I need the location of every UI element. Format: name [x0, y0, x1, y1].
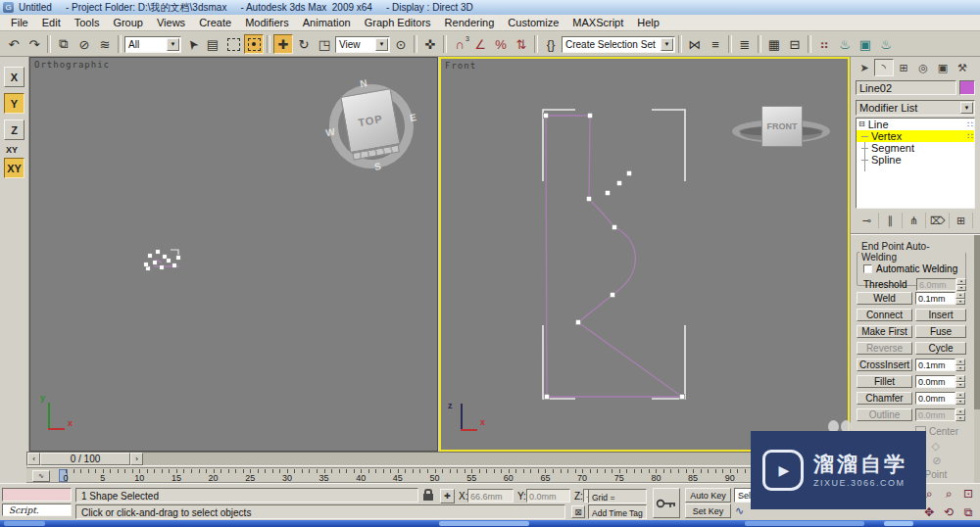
insert-button[interactable]: Insert [915, 309, 966, 321]
automatic-welding-checkbox[interactable] [863, 264, 872, 273]
spinner-snap-icon[interactable]: ⇅ [512, 34, 531, 54]
angle-snap-icon[interactable]: ∠ [470, 34, 490, 54]
object-color-swatch[interactable] [959, 80, 975, 95]
taskbar-item[interactable] [884, 521, 913, 526]
next-frame-button[interactable]: › [130, 453, 143, 465]
rectangular-selection-region-icon[interactable] [223, 34, 243, 54]
layer-manager-icon[interactable]: ≣ [735, 34, 755, 54]
vertex-handle[interactable] [626, 170, 631, 175]
vertex-handle[interactable] [610, 292, 614, 297]
spline-outline[interactable] [546, 116, 682, 397]
selection-bracket[interactable] [543, 110, 575, 181]
object-name-field[interactable]: Line02 [856, 80, 956, 95]
select-and-move-icon[interactable]: ✚ [273, 34, 293, 54]
viewcube-top-face[interactable]: TOP [340, 88, 400, 153]
selection-bracket[interactable] [543, 325, 575, 399]
chamfer-value-field[interactable]: 0.0mm [915, 392, 956, 405]
menu-item-customize[interactable]: Customize [501, 15, 565, 30]
quick-render-icon[interactable]: ♨ [876, 34, 896, 54]
chamfer-button[interactable]: Chamfer [857, 392, 912, 405]
outline-value-field[interactable]: 0.0mm [915, 408, 956, 421]
tab-motion[interactable]: ◎ [913, 59, 933, 76]
mirror-icon[interactable]: ⋈ [685, 34, 705, 54]
auto-key-button[interactable]: Auto Key [685, 488, 731, 503]
track-bar[interactable]: ∿ 05101520253035404550556065707580859095… [26, 467, 851, 483]
viewport-label-orthographic[interactable]: Orthographic [34, 60, 110, 70]
weld-spinner[interactable]: ▴▾ [956, 292, 965, 305]
menu-item-animation[interactable]: Animation [296, 15, 358, 30]
vertex-handle[interactable] [586, 196, 591, 201]
menu-item-file[interactable]: File [4, 15, 35, 30]
arc-rotate-icon[interactable]: ⟲ [940, 503, 958, 520]
x-coordinate-field[interactable]: 66.6mm [467, 489, 514, 503]
vertex-handle[interactable] [163, 255, 167, 259]
viewport-orthographic[interactable]: Orthographic N E S W TOP y x [29, 57, 438, 452]
crossinsert-value-field[interactable]: 0.1mm [915, 359, 956, 371]
tab-modify[interactable]: ◝ [874, 59, 894, 76]
menu-item-create[interactable]: Create [192, 15, 238, 30]
cycle-button[interactable]: Cycle [915, 342, 966, 355]
connect-button[interactable]: Connect [857, 309, 912, 321]
bind-to-space-warp-icon[interactable]: ≋ [95, 34, 115, 54]
viewcube-orthographic[interactable]: N E S W TOP [317, 72, 425, 180]
fillet-button[interactable]: Fillet [857, 375, 912, 388]
vertex-handle[interactable] [146, 266, 150, 270]
chevron-down-icon[interactable]: ▼ [661, 38, 673, 51]
vertex-handle[interactable] [144, 263, 148, 266]
select-and-manipulate-icon[interactable]: ✜ [420, 34, 440, 54]
vertex-handle[interactable] [153, 261, 157, 264]
add-time-tag-field[interactable]: Add Time Tag [588, 504, 647, 519]
rendered-frame-window-icon[interactable]: ▣ [856, 34, 875, 54]
fillet-spinner[interactable]: ▴▾ [956, 375, 965, 388]
render-setup-icon[interactable]: ♨ [835, 34, 855, 54]
material-editor-icon[interactable]: ⠶ [814, 34, 834, 54]
viewcube-front-face[interactable]: FRONT [761, 106, 803, 147]
selection-bracket[interactable] [652, 110, 685, 181]
chevron-down-icon[interactable]: ▼ [167, 38, 179, 51]
stack-item-segment[interactable]: Segment [857, 142, 974, 154]
chamfer-spinner[interactable]: ▴▾ [956, 392, 965, 405]
menu-item-help[interactable]: Help [630, 15, 666, 30]
expander-icon[interactable]: ⊟ [858, 119, 865, 130]
menu-item-group[interactable]: Group [106, 15, 150, 30]
weld-button[interactable]: Weld [857, 292, 912, 305]
stack-item-line[interactable]: ⊟Line∷ [857, 119, 974, 130]
vertex-handle[interactable] [167, 259, 171, 263]
selection-lock-icon[interactable] [423, 494, 433, 501]
set-key-button[interactable]: Set Key [685, 503, 731, 518]
zoom-all-icon[interactable]: ⌕ [940, 485, 958, 502]
named-selection-sets-icon[interactable]: {} [541, 34, 561, 54]
select-object-icon[interactable]: ➤ [182, 34, 202, 54]
snaps-toggle-icon[interactable]: ∩3 [450, 34, 469, 54]
fillet-value-field[interactable]: 0.0mm [915, 375, 956, 388]
outline-button[interactable]: Outline [857, 408, 912, 421]
make-first-button[interactable]: Make First [857, 325, 912, 338]
vertex-handle[interactable] [148, 254, 152, 258]
axis-constraint-x[interactable]: X [4, 67, 24, 87]
fuse-button[interactable]: Fuse [915, 325, 966, 338]
configure-modifier-sets-icon[interactable]: ⊞ [950, 213, 973, 228]
axis-constraint-y[interactable]: Y [4, 93, 24, 114]
zoom-extents-icon[interactable]: ⊡ [959, 485, 978, 502]
time-slider-handle[interactable]: 0 / 100 [40, 453, 130, 465]
axis-constraint-z[interactable]: Z [4, 120, 24, 140]
align-icon[interactable]: ≡ [706, 34, 725, 54]
vertex-handle[interactable] [612, 224, 616, 229]
reverse-button[interactable]: Reverse [857, 342, 912, 355]
tab-display[interactable]: ▣ [933, 59, 953, 76]
menu-item-edit[interactable]: Edit [35, 15, 68, 30]
tab-hierarchy[interactable]: ⊞ [894, 59, 913, 76]
menu-item-graph-editors[interactable]: Graph Editors [358, 15, 438, 30]
vertex-handle[interactable] [176, 256, 180, 260]
show-end-result-icon[interactable]: ∥ [879, 213, 903, 228]
modifier-stack-list[interactable]: ⊟Line∷Vertex∷SegmentSpline [856, 118, 975, 209]
vertex-handle[interactable] [172, 264, 176, 267]
menu-item-tools[interactable]: Tools [68, 15, 107, 30]
axis-constraint-xy-plane[interactable]: XY [4, 158, 24, 178]
vertex-handle[interactable] [543, 113, 548, 118]
vertex-handle[interactable] [544, 394, 549, 399]
taskbar-item[interactable] [745, 521, 864, 526]
vertex-handle[interactable] [575, 319, 580, 324]
set-keys-button[interactable] [653, 488, 680, 518]
select-and-scale-icon[interactable]: ◳ [315, 34, 334, 54]
